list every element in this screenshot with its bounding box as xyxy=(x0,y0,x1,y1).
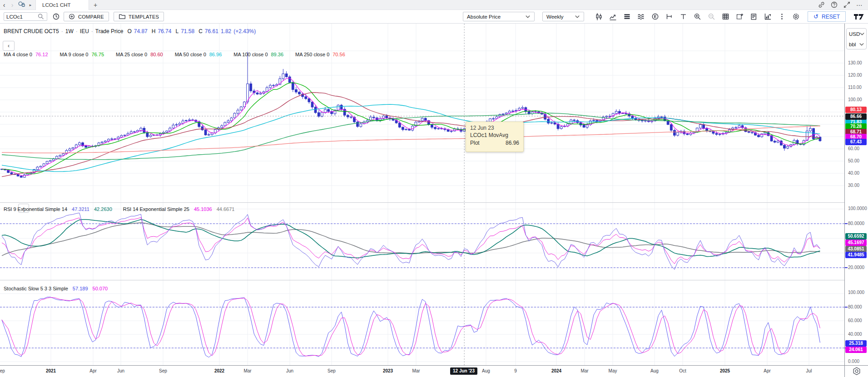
nav-back-icon[interactable]: ‹ xyxy=(0,1,8,9)
waves-icon[interactable] xyxy=(636,12,646,22)
currency-value: USD xyxy=(849,31,860,37)
news-icon[interactable] xyxy=(749,12,759,22)
time-label: Aug xyxy=(650,368,659,373)
ma-legend-item[interactable]: MA 100 close 089.36 xyxy=(233,52,283,57)
candles-style-icon[interactable] xyxy=(594,12,604,22)
ma-legend-item[interactable]: MA 25 close 080.60 xyxy=(116,52,163,57)
unit-dropdown[interactable]: bbl xyxy=(847,39,866,49)
axis-settings-gear-icon[interactable] xyxy=(852,367,861,377)
panel-separator-rsi-stoch[interactable] xyxy=(0,280,868,280)
legend-separator: · xyxy=(76,28,78,34)
trend-chart-icon[interactable] xyxy=(608,12,618,22)
time-axis[interactable]: 12 Jun '23 Sep2021AprJunSep2022MarJunSep… xyxy=(0,366,868,377)
restore-window-icon[interactable] xyxy=(842,0,852,10)
toolbar-icon-strip xyxy=(594,12,801,22)
symbol-search-box[interactable] xyxy=(4,12,47,21)
axis-tick-label: 50.00 xyxy=(848,158,859,163)
time-label: Oct xyxy=(679,368,686,373)
link-icon[interactable] xyxy=(816,0,826,10)
zoom-in-icon[interactable] xyxy=(692,12,702,22)
change-value: 1.82 xyxy=(221,28,231,34)
layout-add-icon[interactable] xyxy=(734,12,744,22)
text-tool-icon[interactable] xyxy=(678,12,688,22)
low-value: 71.58 xyxy=(181,28,194,34)
chevron-down-icon xyxy=(525,12,531,21)
ma-legend-item[interactable]: MA 9 close 076.75 xyxy=(60,52,104,57)
table-icon[interactable] xyxy=(720,12,730,22)
axis-tick-label: 110.00 xyxy=(848,85,862,90)
chart-canvas[interactable] xyxy=(0,24,844,365)
measure-icon[interactable] xyxy=(664,12,674,22)
new-tab-button[interactable]: + xyxy=(89,1,102,9)
ma-value: 89.36 xyxy=(271,52,284,57)
axis-tick-label: 80.0000 xyxy=(848,221,864,226)
stochastic-legend[interactable]: Stochastic Slow 5 3 3 Simple 57.189 50.0… xyxy=(4,286,108,291)
stochastic-k-value: 57.189 xyxy=(73,286,88,291)
time-label: Sep xyxy=(159,368,167,373)
time-label: 2021 xyxy=(46,368,56,373)
zoom-out-icon[interactable] xyxy=(706,12,716,22)
level-dash-marker xyxy=(845,267,848,268)
legend-series-type: Trade Price xyxy=(95,28,124,34)
unit-value: bbl xyxy=(849,42,856,47)
currency-dropdown[interactable]: USD xyxy=(847,29,866,39)
templates-button[interactable]: TEMPLATES xyxy=(114,12,164,21)
tooltip-row-label: Plot xyxy=(470,140,480,146)
chevron-down-icon xyxy=(575,12,580,21)
help-icon[interactable] xyxy=(829,0,839,10)
reset-button[interactable]: ↺ RESET xyxy=(808,11,846,22)
close-value: 76.61 xyxy=(205,28,218,34)
rsi9-smooth-value: 42.2630 xyxy=(94,206,112,212)
time-label: Jun xyxy=(117,368,124,373)
change-percent: (+2.43%) xyxy=(233,28,256,34)
interval-dropdown[interactable]: Weekly xyxy=(542,12,584,21)
ma-legend-item[interactable]: MA 50 close 086.96 xyxy=(175,52,222,57)
compare-button[interactable]: COMPARE xyxy=(64,12,109,21)
rows-icon[interactable] xyxy=(622,12,632,22)
rsi14-value: 45.1036 xyxy=(194,206,212,212)
moving-average-legend[interactable]: MA 4 close 076.12MA 9 close 076.75MA 25 … xyxy=(4,52,345,57)
legend-exchange: IEU xyxy=(80,28,89,34)
low-label: L xyxy=(175,28,179,34)
history-clock-icon[interactable] xyxy=(51,12,61,21)
ma-legend-item[interactable]: MA 4 close 076.12 xyxy=(4,52,48,57)
axis-value-badge: 67.43 xyxy=(845,139,867,145)
axis-value-badge: 86.66 xyxy=(845,113,867,120)
panel-separator-main-rsi[interactable] xyxy=(0,202,868,203)
search-lock-icon[interactable] xyxy=(16,0,26,10)
ma-legend-item[interactable]: MA 250 close 070.56 xyxy=(295,52,345,57)
chart-plot[interactable] xyxy=(0,24,844,365)
main-series-legend[interactable]: BRENT CRUDE OCT5 · 1W · IEU · Trade Pric… xyxy=(4,28,256,34)
axis-value-badge: 24.061 xyxy=(845,347,867,353)
ma-label: MA 50 close 0 xyxy=(175,52,206,57)
search-icon xyxy=(37,12,45,21)
price-axis[interactable]: USD bbl 130.00120.00110.00100.0060.0050.… xyxy=(845,24,868,365)
axis-tick-label: 130.00 xyxy=(848,60,862,65)
legend-interval: 1W xyxy=(65,28,74,34)
trading-app-window: ‹ › ▸ LCOc1 CHT + ⋯ COMPARE TEMPLATES xyxy=(0,0,868,377)
time-label: Sep xyxy=(327,368,336,373)
plus-circle-icon xyxy=(69,12,75,21)
folder-icon xyxy=(119,12,126,21)
rsi-study-name: RSI 9 Exponential Simple 14 xyxy=(4,206,67,212)
tradingview-logo[interactable] xyxy=(853,14,864,20)
tooltip-row-value: 86.96 xyxy=(506,140,519,146)
kebab-menu-icon[interactable] xyxy=(777,12,787,22)
tooltip-date: 12 Jun 23 xyxy=(470,125,519,131)
nav-forward-icon[interactable]: › xyxy=(8,1,16,9)
chart-export-icon[interactable] xyxy=(763,12,773,22)
tab-active[interactable]: LCOc1 CHT xyxy=(35,0,89,10)
time-label: 2025 xyxy=(720,368,730,373)
axis-tick-label: 100.000 xyxy=(848,290,864,295)
currency-unit-selector: USD bbl xyxy=(846,28,867,49)
settings-gear-icon[interactable] xyxy=(791,12,801,22)
events-icon[interactable] xyxy=(650,12,660,22)
collapse-main-legend-button[interactable]: ‹ xyxy=(3,41,15,51)
time-label: Mar xyxy=(243,368,251,373)
symbol-input[interactable] xyxy=(6,14,35,20)
price-mode-dropdown[interactable]: Absolute Price xyxy=(463,12,535,21)
axis-value-badge: 41.9485 xyxy=(845,252,867,258)
rsi-legend[interactable]: RSI 9 Exponential Simple 14 47.3211 42.2… xyxy=(4,206,234,212)
rsi9-value: 47.3211 xyxy=(72,206,89,212)
window-more-icon[interactable]: ⋯ xyxy=(854,1,864,9)
